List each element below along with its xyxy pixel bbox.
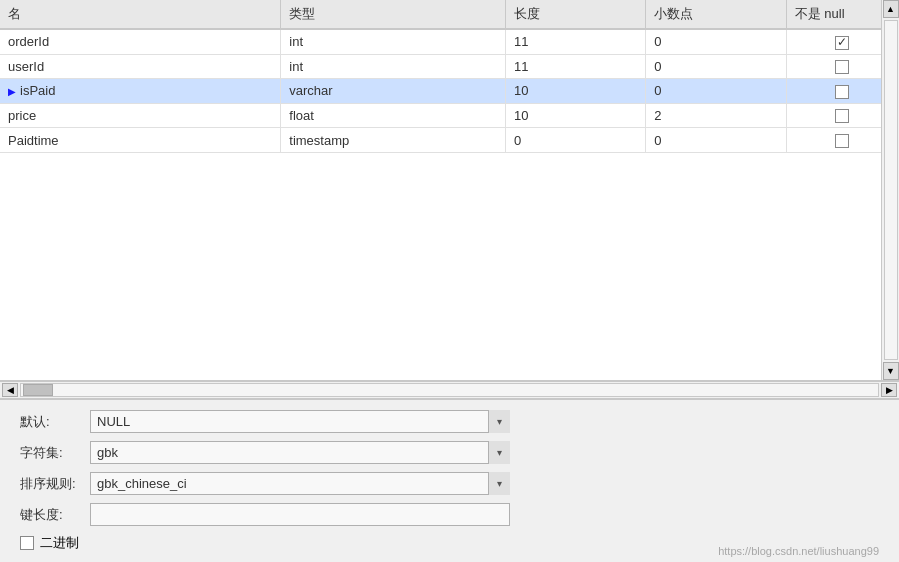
scroll-down-button[interactable]: ▼ <box>883 362 899 380</box>
cell-decimal: 0 <box>646 54 786 79</box>
cell-name: userId <box>0 54 281 79</box>
col-header-name: 名 <box>0 0 281 29</box>
default-select[interactable]: NULL CURRENT_TIMESTAMP <box>90 410 510 433</box>
table-row[interactable]: Paidtimetimestamp00 <box>0 128 899 153</box>
scroll-left-button[interactable]: ◀ <box>2 383 18 397</box>
col-header-length: 长度 <box>505 0 645 29</box>
col-header-type: 类型 <box>281 0 506 29</box>
notnull-checkbox[interactable] <box>835 85 849 99</box>
cell-type: varchar <box>281 79 506 104</box>
collation-select-container: gbk_chinese_ci gbk_bin ▾ <box>90 472 510 495</box>
cell-length: 11 <box>505 54 645 79</box>
cell-type: timestamp <box>281 128 506 153</box>
watermark: https://blog.csdn.net/liushuang99 <box>718 545 879 557</box>
cell-type: int <box>281 54 506 79</box>
table-row[interactable]: pricefloat102 <box>0 103 899 128</box>
binary-label: 二进制 <box>40 534 79 552</box>
cell-type: int <box>281 29 506 54</box>
cell-length: 10 <box>505 103 645 128</box>
h-scroll-thumb[interactable] <box>23 384 53 396</box>
collation-select[interactable]: gbk_chinese_ci gbk_bin <box>90 472 510 495</box>
v-scroll-track[interactable] <box>884 20 898 360</box>
cell-length: 0 <box>505 128 645 153</box>
col-header-decimal: 小数点 <box>646 0 786 29</box>
key-length-row: 键长度: <box>20 503 879 526</box>
cell-type: float <box>281 103 506 128</box>
default-select-container: NULL CURRENT_TIMESTAMP ▾ <box>90 410 510 433</box>
table-scroll[interactable]: 名 类型 长度 小数点 不是 null orderIdint110userIdi… <box>0 0 899 380</box>
cell-decimal: 0 <box>646 29 786 54</box>
cell-decimal: 2 <box>646 103 786 128</box>
scroll-up-button[interactable]: ▲ <box>883 0 899 18</box>
charset-select[interactable]: gbk utf8 utf8mb4 latin1 <box>90 441 510 464</box>
table-row[interactable]: ▶isPaidvarchar100 <box>0 79 899 104</box>
charset-select-container: gbk utf8 utf8mb4 latin1 ▾ <box>90 441 510 464</box>
table-row[interactable]: userIdint110 <box>0 54 899 79</box>
schema-table: 名 类型 长度 小数点 不是 null orderIdint110userIdi… <box>0 0 899 153</box>
binary-checkbox[interactable] <box>20 536 34 550</box>
h-scroll-track[interactable] <box>20 383 879 397</box>
cell-name: orderId <box>0 29 281 54</box>
table-area: 名 类型 长度 小数点 不是 null orderIdint110userIdi… <box>0 0 899 381</box>
notnull-checkbox[interactable] <box>835 36 849 50</box>
cell-length: 10 <box>505 79 645 104</box>
cell-name: price <box>0 103 281 128</box>
collation-row: 排序规则: gbk_chinese_ci gbk_bin ▾ <box>20 472 879 495</box>
charset-label: 字符集: <box>20 444 90 462</box>
cell-length: 11 <box>505 29 645 54</box>
cell-name: Paidtime <box>0 128 281 153</box>
horizontal-scrollbar: ◀ ▶ <box>0 381 899 399</box>
charset-row: 字符集: gbk utf8 utf8mb4 latin1 ▾ <box>20 441 879 464</box>
notnull-checkbox[interactable] <box>835 134 849 148</box>
scroll-right-button[interactable]: ▶ <box>881 383 897 397</box>
table-row[interactable]: orderIdint110 <box>0 29 899 54</box>
vertical-scrollbar: ▲ ▼ <box>881 0 899 380</box>
cell-decimal: 0 <box>646 128 786 153</box>
collation-label: 排序规则: <box>20 475 90 493</box>
notnull-checkbox[interactable] <box>835 109 849 123</box>
notnull-checkbox[interactable] <box>835 60 849 74</box>
form-area: 默认: NULL CURRENT_TIMESTAMP ▾ 字符集: gbk ut… <box>0 399 899 562</box>
key-length-label: 键长度: <box>20 506 90 524</box>
key-length-input[interactable] <box>90 503 510 526</box>
cell-decimal: 0 <box>646 79 786 104</box>
table-header-row: 名 类型 长度 小数点 不是 null <box>0 0 899 29</box>
main-container: 名 类型 长度 小数点 不是 null orderIdint110userIdi… <box>0 0 899 562</box>
cell-name: ▶isPaid <box>0 79 281 104</box>
default-label: 默认: <box>20 413 90 431</box>
default-row: 默认: NULL CURRENT_TIMESTAMP ▾ <box>20 410 879 433</box>
